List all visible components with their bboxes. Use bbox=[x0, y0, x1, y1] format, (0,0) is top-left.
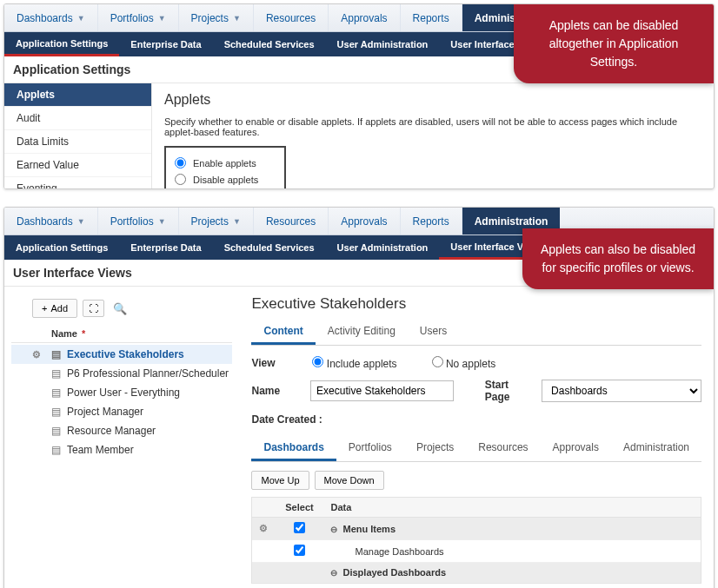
layout-icon: ▤ bbox=[48, 348, 63, 360]
nav-tab-dashboards[interactable]: Dashboards▼ bbox=[4, 208, 98, 235]
nav-tab-portfolios[interactable]: Portfolios▼ bbox=[98, 4, 179, 31]
disable-applets-input[interactable] bbox=[175, 174, 186, 185]
tree-item-resource-manager[interactable]: ▤Resource Manager bbox=[11, 421, 232, 440]
nav-tab-projects[interactable]: Projects▼ bbox=[179, 4, 254, 31]
disable-applets-radio[interactable]: Disable applets bbox=[175, 171, 258, 188]
tree-item-label: Resource Manager bbox=[67, 425, 156, 437]
sidebar-item-data-limits[interactable]: Data Limits bbox=[4, 130, 151, 154]
grid-select-col: Select bbox=[275, 498, 323, 517]
subnav-scheduled-services[interactable]: Scheduled Services bbox=[213, 32, 326, 56]
mini-tab-portfolios[interactable]: Portfolios bbox=[336, 436, 404, 461]
no-applets-input[interactable] bbox=[432, 356, 443, 367]
grid-row[interactable]: ⊖Displayed Dashboards bbox=[252, 563, 701, 583]
tree-list: ⚙▤Executive Stakeholders▤P6 Professional… bbox=[11, 343, 232, 459]
view-row: View Include applets No applets bbox=[251, 356, 701, 370]
sidebar-item-eventing[interactable]: Eventing bbox=[4, 177, 151, 189]
panel-ui-views: Dashboards▼Portfolios▼Projects▼Resources… bbox=[3, 207, 715, 588]
grid-gear-col bbox=[252, 498, 275, 517]
enable-applets-radio[interactable]: Enable applets bbox=[175, 155, 258, 171]
content-row-1: AppletsAuditData LimitsEarned ValueEvent… bbox=[4, 83, 714, 189]
nav-tab-portfolios[interactable]: Portfolios▼ bbox=[98, 208, 179, 235]
search-icon[interactable]: 🔍 bbox=[113, 302, 127, 315]
nav-tab-approvals[interactable]: Approvals bbox=[329, 208, 400, 235]
gear-icon: ⚙ bbox=[252, 519, 275, 538]
subnav-application-settings[interactable]: Application Settings bbox=[4, 235, 119, 260]
tree-item-team-member[interactable]: ▤Team Member bbox=[11, 440, 232, 459]
mini-tab-administration[interactable]: Administration bbox=[611, 436, 701, 461]
tree-item-label: Team Member bbox=[67, 444, 134, 456]
required-star: * bbox=[79, 328, 85, 339]
collapse-icon[interactable]: ⊖ bbox=[330, 568, 337, 578]
chevron-down-icon: ▼ bbox=[158, 217, 166, 226]
nav-tab-projects[interactable]: Projects▼ bbox=[179, 208, 254, 235]
subnav-application-settings[interactable]: Application Settings bbox=[4, 32, 119, 56]
tree-item-label: Power User - Everything bbox=[67, 386, 180, 399]
nav-tab-approvals[interactable]: Approvals bbox=[329, 4, 400, 31]
include-applets-input[interactable] bbox=[312, 356, 323, 367]
enable-applets-label: Enable applets bbox=[193, 158, 256, 168]
move-down-button[interactable]: Move Down bbox=[315, 471, 384, 490]
nav-tab-dashboards[interactable]: Dashboards▼ bbox=[4, 4, 98, 31]
name-row: Name Start Page Dashboards bbox=[251, 379, 701, 403]
add-button[interactable]: +Add bbox=[32, 299, 77, 318]
gear-icon: ⚙ bbox=[32, 349, 48, 360]
row-checkbox[interactable] bbox=[294, 545, 305, 556]
row-checkbox[interactable] bbox=[294, 522, 305, 533]
grid-row[interactable]: Manage Dashboards bbox=[252, 540, 701, 563]
subnav-user-administration[interactable]: User Administration bbox=[326, 235, 440, 260]
detail-tab-content[interactable]: Content bbox=[251, 320, 315, 345]
sidebar-item-applets[interactable]: Applets bbox=[4, 83, 151, 107]
add-button-label: Add bbox=[50, 303, 68, 314]
move-up-button[interactable]: Move Up bbox=[251, 471, 309, 490]
tree-item-power-user-everything[interactable]: ▤Power User - Everything bbox=[11, 383, 232, 402]
tree-item-executive-stakeholders[interactable]: ⚙▤Executive Stakeholders bbox=[11, 345, 232, 364]
chevron-down-icon: ▼ bbox=[158, 14, 166, 23]
sidebar-item-audit[interactable]: Audit bbox=[4, 107, 151, 130]
callout-2: Applets can also be disabled for specifi… bbox=[522, 228, 714, 289]
detail-tab-activity-editing[interactable]: Activity Editing bbox=[316, 320, 408, 345]
name-label: Name bbox=[251, 385, 310, 397]
include-applets-label: Include applets bbox=[327, 358, 397, 370]
mini-tab-dashboards[interactable]: Dashboards bbox=[251, 436, 336, 461]
select-cell bbox=[275, 518, 323, 539]
content-grid: Select Data ⚙⊖Menu ItemsManage Dashboard… bbox=[251, 497, 701, 584]
startpage-select[interactable]: Dashboards bbox=[542, 380, 701, 402]
view-label: View bbox=[251, 357, 312, 369]
enable-applets-input[interactable] bbox=[175, 157, 186, 168]
include-applets-radio[interactable]: Include applets bbox=[312, 356, 396, 370]
collapse-icon[interactable]: ⊖ bbox=[330, 525, 337, 534]
mini-tab-approvals[interactable]: Approvals bbox=[541, 436, 611, 461]
row-label: Displayed Dashboards bbox=[342, 567, 446, 578]
expand-button[interactable]: ⛶ bbox=[83, 300, 104, 317]
plus-icon: + bbox=[42, 303, 47, 314]
applets-heading: Applets bbox=[164, 92, 701, 108]
tree-item-p6-professional-planner-scheduler[interactable]: ▤P6 Professional Planner/Scheduler bbox=[11, 364, 232, 383]
tree-item-project-manager[interactable]: ▤Project Manager bbox=[11, 402, 232, 421]
view-detail: Executive Stakeholders ContentActivity E… bbox=[239, 287, 714, 588]
date-created-label: Date Created : bbox=[251, 413, 701, 426]
disable-applets-label: Disable applets bbox=[193, 175, 258, 185]
grid-header: Select Data bbox=[252, 498, 701, 518]
subnav-user-administration[interactable]: User Administration bbox=[326, 32, 440, 56]
detail-tab-users[interactable]: Users bbox=[408, 320, 459, 345]
layout-icon: ▤ bbox=[48, 444, 63, 456]
subnav-enterprise-data[interactable]: Enterprise Data bbox=[119, 32, 212, 56]
data-cell: ⊖Displayed Dashboards bbox=[323, 563, 701, 582]
mini-tab-resources[interactable]: Resources bbox=[466, 436, 540, 461]
tree-item-label: P6 Professional Planner/Scheduler bbox=[67, 367, 229, 380]
subnav-enterprise-data[interactable]: Enterprise Data bbox=[119, 235, 212, 260]
mini-tab-projects[interactable]: Projects bbox=[404, 436, 466, 461]
uiv-body: +Add ⛶ 🔍 Name * ⚙▤Executive Stakeholders… bbox=[4, 287, 714, 588]
sidebar-item-earned-value[interactable]: Earned Value bbox=[4, 154, 151, 177]
no-applets-radio[interactable]: No applets bbox=[432, 356, 496, 370]
nav-tab-reports[interactable]: Reports bbox=[401, 4, 462, 31]
name-field[interactable] bbox=[310, 380, 454, 401]
tree-item-label: Executive Stakeholders bbox=[67, 348, 184, 360]
nav-tab-resources[interactable]: Resources bbox=[254, 4, 329, 31]
nav-tab-reports[interactable]: Reports bbox=[401, 208, 462, 235]
grid-row[interactable]: ⚙⊖Menu Items bbox=[252, 518, 701, 540]
gear-icon bbox=[252, 547, 275, 556]
select-cell bbox=[275, 568, 323, 577]
subnav-scheduled-services[interactable]: Scheduled Services bbox=[213, 235, 326, 260]
nav-tab-resources[interactable]: Resources bbox=[254, 208, 329, 235]
